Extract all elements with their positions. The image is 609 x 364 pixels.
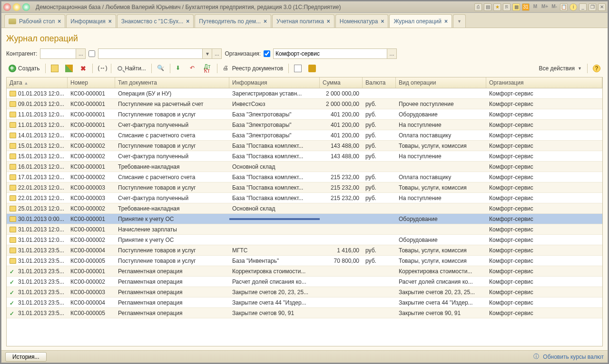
cell: руб. [363, 152, 396, 161]
cell: 01.01.2013 12:0... [7, 89, 68, 98]
table-row[interactable]: 31.01.2013 12:0...КС00-000001Начисление … [7, 224, 602, 235]
tb-doc-icon[interactable]: ▤ [484, 3, 491, 11]
org-checkbox[interactable] [264, 50, 270, 57]
tab-3[interactable]: Путеводитель по дем...× [195, 14, 271, 28]
cell: Принятие к учету ОС [115, 236, 229, 244]
tab-close-icon[interactable]: × [381, 18, 384, 25]
cell [363, 229, 396, 230]
col-info[interactable]: Информация [229, 77, 320, 88]
load-button[interactable]: ⬇ [173, 63, 186, 74]
table-row[interactable]: 15.01.2013 12:0...КС00-000002Поступление… [7, 141, 602, 151]
tab-1[interactable]: Информация× [66, 14, 116, 28]
dtkt-button[interactable]: ДтКт [202, 63, 214, 74]
contragent-input[interactable] [40, 48, 76, 59]
contragent-choose-btn[interactable]: ... [76, 48, 86, 59]
info-icon: ⓘ [533, 353, 539, 361]
col-sum[interactable]: Сумма [320, 77, 363, 88]
sys-max-icon[interactable] [22, 3, 30, 11]
delete-button[interactable]: ✖ [77, 63, 89, 74]
tab-4[interactable]: Учетная политика× [272, 14, 334, 28]
table-row[interactable]: 22.01.2013 12:0...КС00-000003Поступление… [7, 182, 602, 193]
tab-close-icon[interactable]: × [264, 18, 267, 25]
table-row[interactable]: ✓31.01.2013 23:5...КС00-000002Регламентн… [7, 277, 602, 287]
col-date[interactable]: Дата▲ [7, 77, 68, 88]
table-row[interactable]: 16.01.2013 12:0...КС00-000001Требование-… [7, 162, 602, 172]
cell: ✓31.01.2013 23:5... [7, 288, 68, 297]
cancel-search-button[interactable]: 🔍̷ [155, 63, 167, 74]
tb-clip-icon[interactable]: 📋 [560, 3, 568, 11]
filter2-dropdown-btn[interactable]: ▾ [203, 48, 212, 59]
table-row[interactable]: 31.01.2013 23:5...КС00-000005Поступление… [7, 256, 602, 266]
find-label: Найти... [125, 65, 146, 72]
table-row[interactable]: ✓31.01.2013 23:5...КС00-000003Регламентн… [7, 287, 602, 297]
undo-button[interactable]: ↶ [187, 63, 200, 74]
tb-calc-icon[interactable]: ▦ [512, 3, 520, 11]
find-button[interactable]: Найти... [114, 63, 148, 74]
swap-button[interactable]: (↔) [96, 63, 108, 74]
copy-button[interactable] [49, 63, 61, 74]
tab-5[interactable]: Номенклатура× [335, 14, 389, 28]
table-row[interactable]: 31.01.2013 23:5...КС00-000004Поступление… [7, 245, 602, 256]
col-doctype[interactable]: Тип документа [115, 77, 229, 88]
tab-0[interactable]: Рабочий стол× [4, 14, 65, 28]
table-row[interactable]: ✓31.01.2013 23:5...КС00-000001Регламентн… [7, 266, 602, 277]
tab-2[interactable]: Знакомство с "1С:Бух...× [117, 14, 194, 28]
col-number[interactable]: Номер [68, 77, 115, 88]
table-row[interactable]: 11.01.2013 12:0...КС00-000001Счет-фактур… [7, 120, 602, 130]
table-row[interactable]: 30.01.2013 0:00...КС00-000001Принятие к … [7, 214, 602, 224]
filter2-choose-btn[interactable]: ... [212, 48, 222, 59]
report-button[interactable] [292, 63, 304, 74]
table-row[interactable]: 09.01.2013 12:0...КС00-000001Поступление… [7, 99, 602, 109]
table-row[interactable]: ✓31.01.2013 23:5...КС00-000004Регламентн… [7, 297, 602, 308]
tb-mminus-icon[interactable]: M- [550, 3, 558, 11]
filter2-input[interactable] [98, 48, 203, 59]
history-button[interactable]: История... [5, 352, 47, 362]
tb-star-icon[interactable]: ★ [493, 3, 501, 11]
tab-close-icon[interactable]: × [108, 18, 112, 25]
table-row[interactable]: ✓31.01.2013 23:5...КС00-000005Регламентн… [7, 308, 602, 318]
registry-button[interactable]: 🖨Реестр документов [220, 63, 285, 74]
table-row[interactable]: 01.01.2013 12:0...КС00-000001Операция (Б… [7, 88, 602, 99]
create-button[interactable]: Создать [6, 63, 42, 74]
update-rates-link[interactable]: Обновить курсы валют [543, 354, 604, 360]
win-restore-icon[interactable]: ❐ [589, 3, 596, 11]
col-currency[interactable]: Валюта [363, 77, 396, 88]
sys-close-icon[interactable] [3, 3, 11, 11]
list-button[interactable] [306, 63, 318, 74]
edit-button[interactable] [63, 63, 75, 74]
tab-overflow-button[interactable]: ▼ [453, 14, 466, 28]
tb-mplus-icon[interactable]: M+ [541, 3, 549, 11]
tab-close-icon[interactable]: × [58, 18, 61, 25]
org-input[interactable] [273, 48, 387, 59]
grid-body[interactable]: 01.01.2013 12:0...КС00-000001Операция (Б… [7, 88, 602, 346]
win-close-icon[interactable]: ✕ [598, 3, 606, 11]
col-optype[interactable]: Вид операции [396, 77, 486, 88]
table-row[interactable]: 17.01.2013 12:0...КС00-000002Списание с … [7, 172, 602, 182]
tb-info-icon[interactable]: i [570, 3, 577, 11]
help-button[interactable]: ? [590, 63, 603, 74]
table-row[interactable]: 22.01.2013 12:0...КС00-000003Счет-фактур… [7, 193, 602, 203]
tab-close-icon[interactable]: × [444, 18, 448, 25]
table-row[interactable]: 11.01.2013 12:0...КС00-000001Поступление… [7, 109, 602, 120]
tab-label: Номенклатура [340, 18, 378, 25]
col-org[interactable]: Организация [486, 77, 602, 88]
table-row[interactable]: 14.01.2013 12:0...КС00-000001Списание с … [7, 130, 602, 141]
sys-min-icon[interactable] [13, 3, 20, 11]
win-min-icon[interactable]: _ [579, 3, 587, 11]
table-row[interactable]: 31.01.2013 12:0...КС00-000002Принятие к … [7, 235, 602, 245]
tab-close-icon[interactable]: × [186, 18, 189, 25]
table-row[interactable]: 25.01.2013 12:0...КС00-000002Требование-… [7, 203, 602, 214]
cell: Поступление товаров и услуг [115, 183, 229, 192]
tb-print-icon[interactable]: ⎙ [474, 3, 482, 11]
tb-cal-icon[interactable]: 31 [522, 3, 530, 11]
tab-6[interactable]: Журнал операций× [389, 14, 452, 28]
contragent-checkbox[interactable] [88, 50, 95, 57]
tb-m-icon[interactable]: M [531, 3, 539, 11]
org-choose-btn[interactable]: ... [387, 48, 397, 59]
tab-close-icon[interactable]: × [327, 18, 330, 25]
table-row[interactable]: 15.01.2013 12:0...КС00-000002Счет-фактур… [7, 151, 602, 162]
cell: Поступление товаров и услуг [115, 142, 229, 150]
sep [92, 64, 93, 73]
all-actions-button[interactable]: Все действия▼ [537, 63, 584, 74]
tb-link-icon[interactable]: ⎘ [503, 3, 511, 11]
